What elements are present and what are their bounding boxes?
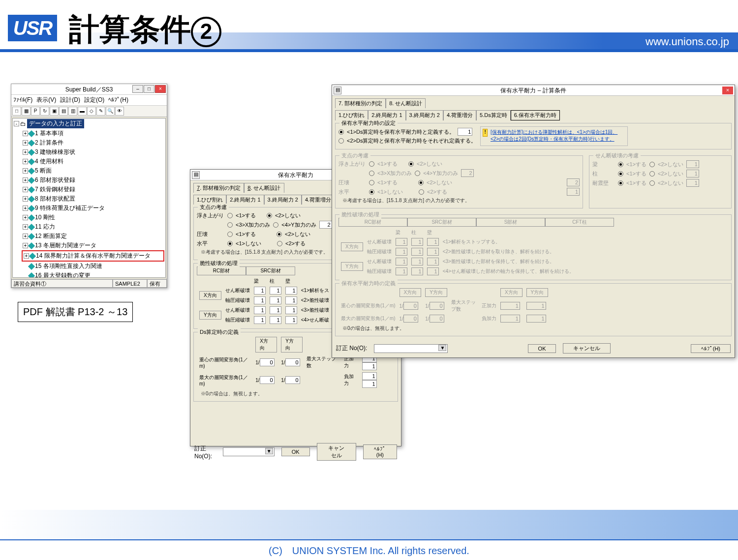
tool-icon[interactable]: ✎: [96, 107, 105, 116]
pdf-note: PDF 解説書 P13-2 ～13: [18, 302, 133, 322]
close-button[interactable]: ×: [722, 87, 733, 94]
correction-select[interactable]: [223, 447, 275, 456]
tree-item[interactable]: 15 各項剛性直接入力関連: [22, 262, 165, 271]
tool-icon[interactable]: □: [12, 107, 21, 116]
app-titlebar: Super Build／SS3 – □ ×: [11, 84, 167, 95]
maximize-button[interactable]: □: [144, 85, 154, 93]
tree-item[interactable]: +13 冬層耐力関連データ: [22, 241, 165, 250]
tab-selected[interactable]: 6.保有水平耐力時: [511, 110, 560, 120]
footer-gradient: [0, 510, 738, 539]
tab[interactable]: 7. 部材種別の判定: [193, 183, 244, 193]
tab[interactable]: 8. せん断設計: [386, 98, 426, 108]
tab[interactable]: 1.ひび割れ: [335, 110, 368, 120]
ok-button[interactable]: OK: [281, 447, 310, 456]
group-zeisei-disabled: 脆性破壊の処理 RC部材 SRC部材 S部材 CFT柱 梁柱壁 X方向せん断破壊…: [335, 214, 732, 280]
header-divider: [0, 49, 738, 52]
tree-item[interactable]: +2 計算条件: [22, 138, 165, 147]
input[interactable]: [458, 128, 472, 136]
dialog-front: ▤ 保有水平耐力 – 計算条件 × 7. 部材種別の判定 8. せん断設計 1.…: [332, 85, 735, 358]
menubar[interactable]: ﾌｧｲﾙ(F)表示(V)設計(D)設定(O)ﾍﾙﾌﾟ(H): [11, 95, 167, 106]
folder-icon: 🗀: [20, 120, 26, 127]
toolbar[interactable]: □▦P↻▣▤▥▬◇✎🔍👁: [11, 106, 167, 117]
dialog-menu-icon[interactable]: ▤: [192, 171, 200, 179]
tree-item[interactable]: +1 基本事項: [22, 129, 165, 138]
tab[interactable]: 8. せん断設計: [244, 183, 284, 193]
tool-icon[interactable]: ▥: [68, 107, 77, 116]
tab[interactable]: 3.終局耐力 2: [264, 195, 302, 205]
tree-item[interactable]: +3 建物棟棟形状: [22, 147, 165, 157]
tab[interactable]: 1.ひび割れ: [193, 195, 226, 205]
dialog-buttons: 訂正 No(O): OK キャンセル ﾍﾙﾌﾟ(H): [332, 339, 735, 357]
tab[interactable]: 4.荷重増分: [302, 195, 335, 205]
tree-item[interactable]: +9 特殊荷重及び補正データ: [22, 204, 165, 213]
cancel-button[interactable]: キャンセル: [563, 343, 611, 354]
group-hoyuu-setting: 保有水平耐力時の設定 <1>Ds算定時を保有水平耐力時と定義する。 <2>Ds算…: [335, 123, 732, 149]
app-window: Super Build／SS3 – □ × ﾌｧｲﾙ(F)表示(V)設計(D)設…: [11, 84, 167, 288]
tool-icon[interactable]: P: [31, 107, 40, 116]
tree-item[interactable]: +8 部材形状配置: [22, 194, 165, 204]
tab[interactable]: 2.終局耐力 1: [368, 110, 405, 120]
tree-pane[interactable]: -🗀データの入力と訂正 +1 基本事項+2 計算条件+3 建物棟棟形状+4 使用…: [12, 118, 166, 278]
tab[interactable]: 7. 部材種別の判定: [335, 98, 386, 108]
page-title: 計算条件2: [69, 9, 221, 50]
tree-item[interactable]: +7 鉄骨鋼材登録: [22, 185, 165, 194]
correction-select[interactable]: [374, 344, 448, 353]
tree-item[interactable]: 16 最大登録数の変更: [22, 271, 165, 278]
usr-logo: USR: [8, 15, 57, 41]
status-bar: 講習会資料① SAMPLE2 保有: [11, 279, 167, 288]
tool-icon[interactable]: ↻: [40, 107, 49, 116]
input[interactable]: [319, 221, 332, 229]
tree-item[interactable]: +6 部材形状登録: [22, 176, 165, 185]
tree-item[interactable]: +10 剛性: [22, 213, 165, 222]
help-button[interactable]: ﾍﾙﾌﾟ(H): [691, 344, 731, 353]
page-header: USR 計算条件2 www.unions.co.jp: [0, 0, 738, 49]
group-def-disabled: 保有水平耐力時の定義 X方向Y方向X方向Y方向 重心の層間変形角(1／m)1/1…: [335, 283, 732, 336]
tree-item[interactable]: +4 使用材料: [22, 157, 165, 166]
tool-icon[interactable]: 👁: [115, 107, 124, 116]
ok-button[interactable]: OK: [528, 344, 556, 353]
warning-box: ! [保有耐力計算]における弾塑性解析は、<1>の場合は1回、<2>の場合は2回…: [480, 126, 628, 146]
site-url: www.unions.co.jp: [646, 35, 729, 48]
radio[interactable]: [338, 138, 344, 144]
cancel-button[interactable]: キャンセル: [317, 443, 356, 461]
tab[interactable]: 2.終局耐力 1: [226, 195, 264, 205]
close-button[interactable]: ×: [155, 85, 166, 93]
tool-icon[interactable]: ▬: [78, 107, 87, 116]
dialog-tabs-row2[interactable]: 1.ひび割れ 2.終局耐力 1 3.終局耐力 2 4.荷重増分 5.Ds算定時 …: [332, 108, 735, 120]
minimize-button[interactable]: –: [132, 85, 143, 93]
tab[interactable]: 4.荷重増分: [443, 110, 476, 120]
dialog-buttons: 訂正 No(O): OK キャンセル ﾍﾙﾌﾟ(H): [190, 439, 401, 465]
tool-icon[interactable]: ▣: [50, 107, 59, 116]
group-sendan-disabled: せん断破壊の考慮 梁<1>する<2>しない 柱<1>する<2>しない 耐震壁<1…: [589, 155, 732, 208]
footer: (C) UNION SYSTEM Inc. All rights reserve…: [0, 539, 738, 560]
group-shiten-disabled: 支点の考慮 浮き上がり<1>する<2>しない <3>X加力のみ<4>Y加力のみ …: [335, 155, 583, 208]
warning-icon: !: [483, 129, 488, 137]
dialog-menu-icon[interactable]: ▤: [334, 87, 341, 94]
tree-item[interactable]: +11 応力: [22, 222, 165, 232]
tool-icon[interactable]: ◇: [87, 107, 96, 116]
dialog-titlebar: ▤ 保有水平耐力 – 計算条件 ×: [332, 85, 735, 96]
tab[interactable]: 3.終局耐力 2: [406, 110, 443, 120]
highlighted-item[interactable]: +14 限界耐力計算＆保有水平耐力関連データ: [22, 250, 164, 262]
help-button[interactable]: ﾍﾙﾌﾟ(H): [363, 444, 397, 459]
tool-icon[interactable]: 🔍: [106, 107, 115, 116]
expand-icon[interactable]: -: [14, 121, 19, 126]
tool-icon[interactable]: ▤: [59, 107, 68, 116]
radio[interactable]: [338, 129, 344, 135]
dialog-tabs-row1[interactable]: 7. 部材種別の判定 8. せん断設計: [332, 96, 735, 108]
tree-item[interactable]: +12 断面算定: [22, 232, 165, 241]
tab[interactable]: 5.Ds算定時: [476, 110, 511, 120]
tool-icon[interactable]: ▦: [22, 107, 31, 116]
tree-item[interactable]: +5 断面: [22, 166, 165, 176]
